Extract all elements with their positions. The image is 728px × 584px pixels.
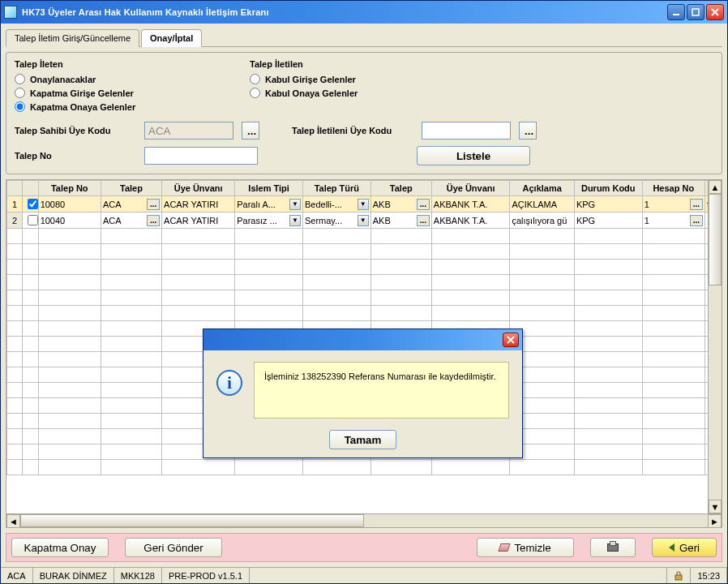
cell-talep1[interactable]: ACA... xyxy=(101,196,161,213)
tab-talep-iletim[interactable]: Talep İletim Giriş/Güncelleme xyxy=(6,29,139,47)
ellipsis-icon[interactable]: ... xyxy=(147,199,160,210)
chevron-down-icon[interactable]: ▼ xyxy=(358,215,369,226)
status-bar: ACA BURAK DİNMEZ MKK128 PRE-PROD v1.5.1 … xyxy=(1,567,727,583)
grid-vertical-scrollbar[interactable]: ▲ ▼ xyxy=(708,180,722,513)
geri-gonder-button[interactable]: Geri Gönder xyxy=(125,538,222,557)
table-row-empty xyxy=(7,275,722,290)
col-talep-turu[interactable]: Talep Türü xyxy=(302,181,370,196)
dialog-close-button[interactable] xyxy=(503,333,519,347)
chevron-down-icon[interactable]: ▼ xyxy=(289,215,301,226)
cell-uye-unvani1[interactable]: ACAR YATIRI xyxy=(162,196,235,213)
col-talep2[interactable]: Talep xyxy=(370,181,431,196)
tab-strip: Talep İletim Giriş/Güncelleme Onay/İptal xyxy=(6,28,722,47)
talep-iletileni-input[interactable] xyxy=(422,122,511,140)
cell-islem-tipi[interactable]: Paralı A...▼ xyxy=(235,196,303,213)
dialog-title-bar xyxy=(203,329,522,350)
cell-talep1[interactable]: ACA... xyxy=(101,213,161,229)
col-talep-no[interactable]: Talep No xyxy=(38,181,101,196)
ellipsis-icon[interactable]: ... xyxy=(417,199,430,210)
minimize-button[interactable] xyxy=(667,4,685,20)
app-icon xyxy=(4,6,17,19)
row-header[interactable]: 2 xyxy=(7,213,23,229)
radio-kabul-onaya[interactable]: Kabul Onaya Gelenler xyxy=(250,88,358,98)
talep-iletileni-label: Talep İletileni Üye Kodu xyxy=(292,126,413,135)
col-hesap-no[interactable]: Hesap No xyxy=(642,181,704,196)
grid-horizontal-scrollbar[interactable]: ◄ ► xyxy=(6,513,722,527)
row-checkbox-cell[interactable] xyxy=(23,196,38,213)
cell-uye-unvani2[interactable]: AKBANK T.A. xyxy=(431,196,510,213)
print-button[interactable] xyxy=(590,538,636,557)
temizle-button[interactable]: Temizle xyxy=(477,538,574,557)
row-checkbox-cell[interactable] xyxy=(23,213,38,229)
status-aca: ACA xyxy=(1,568,33,583)
col-uye-unvani1[interactable]: Üye Ünvanı xyxy=(162,181,235,196)
radio-kabul-girise[interactable]: Kabul Girişe Gelenler xyxy=(250,74,358,84)
cell-hesap-no[interactable]: 1... xyxy=(642,213,704,229)
ellipsis-icon[interactable]: ... xyxy=(690,199,703,210)
cell-aciklama[interactable]: çalışılıyora gü xyxy=(510,213,574,229)
close-button[interactable] xyxy=(706,4,724,20)
row-header[interactable]: 1 xyxy=(7,196,23,213)
cell-talep-turu[interactable]: Sermay...▼ xyxy=(302,213,370,229)
cell-talep-turu[interactable]: Bedelli-...▼ xyxy=(302,196,370,213)
talep-no-input[interactable] xyxy=(144,147,258,165)
col-durum-kodu[interactable]: Durum Kodu xyxy=(574,181,642,196)
cell-durum-kodu[interactable]: KPG xyxy=(574,196,642,213)
cell-talep-no[interactable]: 10040 xyxy=(38,213,101,229)
tab-onay-iptal[interactable]: Onay/İptal xyxy=(141,29,202,47)
table-row[interactable]: 110080ACA...ACAR YATIRIParalı A...▼Bedel… xyxy=(7,196,722,213)
radio-kabul-girise-input[interactable] xyxy=(250,74,260,84)
window-title: HK73 Üyeler Arası Hak Kullanım Kaynaklı … xyxy=(22,7,667,17)
chevron-down-icon[interactable]: ▼ xyxy=(358,199,369,210)
scroll-down-icon[interactable]: ▼ xyxy=(709,500,722,513)
scroll-up-icon[interactable]: ▲ xyxy=(709,180,722,194)
kapatma-onay-button[interactable]: Kapatma Onay xyxy=(11,538,109,557)
cell-aciklama[interactable]: AÇIKLAMA xyxy=(510,196,574,213)
cell-talep2[interactable]: AKB... xyxy=(370,213,431,229)
status-version: PRE-PROD v1.5.1 xyxy=(162,568,250,583)
ellipsis-icon[interactable]: ... xyxy=(690,215,703,226)
cell-durum-kodu[interactable]: KPG xyxy=(574,213,642,229)
scroll-left-icon[interactable]: ◄ xyxy=(6,514,20,528)
listele-button[interactable]: Listele xyxy=(417,146,530,165)
col-islem-tipi[interactable]: Islem Tipi xyxy=(235,181,303,196)
cell-uye-unvani1[interactable]: ACAR YATIRI xyxy=(162,213,235,229)
dialog-message: İşleminiz 138252390 Referans Numarası il… xyxy=(254,362,509,419)
action-bar: Kapatma Onay Geri Gönder Temizle Geri xyxy=(6,533,722,562)
talep-sahibi-lookup-button[interactable]: ... xyxy=(242,122,259,140)
col-aciklama[interactable]: Açıklama xyxy=(510,181,574,196)
row-checkbox[interactable] xyxy=(28,215,38,225)
svg-rect-1 xyxy=(692,9,699,15)
talep-sahibi-label: Talep Sahibi Üye Kodu xyxy=(15,126,136,135)
status-user: BURAK DİNMEZ xyxy=(33,568,114,583)
cell-talep2[interactable]: AKB... xyxy=(370,196,431,213)
chevron-down-icon[interactable]: ▼ xyxy=(289,199,301,210)
info-dialog: i İşleminiz 138252390 Referans Numarası … xyxy=(203,328,523,458)
cell-islem-tipi[interactable]: Parasız ...▼ xyxy=(235,213,303,229)
cell-uye-unvani2[interactable]: AKBANK T.A. xyxy=(431,213,510,229)
ellipsis-icon[interactable]: ... xyxy=(417,215,430,226)
radio-kabul-onaya-input[interactable] xyxy=(250,88,260,98)
row-checkbox[interactable] xyxy=(28,199,38,209)
radio-kapatma-onaya-input[interactable] xyxy=(15,101,25,112)
radio-kapatma-girise[interactable]: Kapatma Girişe Gelenler xyxy=(15,88,217,98)
radio-onaylanacaklar-input[interactable] xyxy=(15,74,25,84)
talep-iletileni-lookup-button[interactable]: ... xyxy=(519,122,537,140)
table-row-empty xyxy=(7,260,722,275)
radio-onaylanacaklar[interactable]: Onaylanacaklar xyxy=(15,74,217,84)
geri-button[interactable]: Geri xyxy=(652,538,717,557)
scroll-right-icon[interactable]: ► xyxy=(708,514,722,528)
radio-kapatma-onaya[interactable]: Kapatma Onaya Gelenler xyxy=(15,101,217,112)
status-time: 15:23 xyxy=(691,568,727,583)
dialog-ok-button[interactable]: Tamam xyxy=(329,430,397,449)
cell-talep-no[interactable]: 10080 xyxy=(38,196,101,213)
lock-icon xyxy=(667,568,691,583)
col-talep1[interactable]: Talep xyxy=(101,181,161,196)
table-row[interactable]: 210040ACA...ACAR YATIRIParasız ...▼Serma… xyxy=(7,213,722,229)
cell-hesap-no[interactable]: 1... xyxy=(642,196,704,213)
talep-ileten-title: Talep İleten xyxy=(15,59,217,69)
ellipsis-icon[interactable]: ... xyxy=(147,215,160,226)
maximize-button[interactable] xyxy=(687,4,704,20)
radio-kapatma-girise-input[interactable] xyxy=(15,88,25,98)
col-uye-unvani2[interactable]: Üye Ünvanı xyxy=(431,181,510,196)
